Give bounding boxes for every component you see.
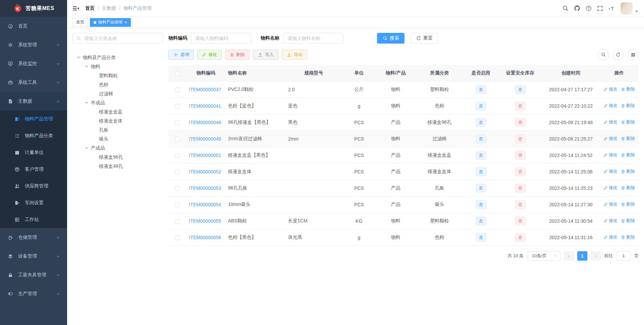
- tree-node[interactable]: 孔板: [72, 125, 163, 134]
- font-size-icon[interactable]: TT: [608, 5, 615, 11]
- sidebar-item-production-management[interactable]: 生产管理: [0, 284, 67, 303]
- goto-page-input[interactable]: [616, 251, 631, 261]
- sidebar-item-warehouse-management[interactable]: 仓储管理: [0, 228, 67, 247]
- material-code-link[interactable]: ITEM00000051: [189, 153, 221, 158]
- search-button[interactable]: 搜索: [377, 33, 405, 44]
- next-page-button[interactable]: ›: [591, 251, 601, 261]
- row-delete-button[interactable]: 删除: [621, 103, 635, 109]
- sidebar-item-workshop-settings[interactable]: 车间设置: [0, 195, 67, 211]
- row-edit-button[interactable]: 修改: [603, 234, 618, 240]
- user-avatar[interactable]: [621, 2, 633, 14]
- sidebar-item-workstation[interactable]: 工作站: [0, 211, 67, 228]
- row-checkbox[interactable]: [175, 88, 180, 92]
- table-search-toggle-button[interactable]: [598, 49, 609, 60]
- modify-button[interactable]: 修改: [197, 50, 222, 60]
- tree-node[interactable]: 产成品: [72, 144, 163, 153]
- row-delete-button[interactable]: 删除: [621, 168, 635, 174]
- row-delete-button[interactable]: 删除: [621, 119, 635, 125]
- row-edit-button[interactable]: 修改: [603, 185, 618, 191]
- sidebar-item-system-monitor[interactable]: 系统监控: [0, 54, 67, 73]
- tree-node[interactable]: 吸头: [72, 134, 163, 144]
- tree-node[interactable]: 移液盒96孔: [72, 153, 163, 162]
- table-refresh-button[interactable]: [612, 49, 624, 60]
- row-checkbox[interactable]: [175, 153, 180, 158]
- sidebar-item-supplier-management[interactable]: 供应商管理: [0, 178, 67, 195]
- material-code-link[interactable]: ITEM00000056: [189, 235, 221, 240]
- row-delete-button[interactable]: 删除: [621, 152, 635, 158]
- material-code-input[interactable]: [191, 33, 251, 44]
- sidebar-item-material-product-management[interactable]: 物料产品管理: [0, 111, 67, 127]
- tab-close-icon[interactable]: ×: [124, 20, 127, 24]
- row-delete-button[interactable]: 删除: [621, 86, 635, 92]
- row-delete-button[interactable]: 删除: [621, 201, 635, 207]
- tree-expand-caret-icon[interactable]: [85, 147, 88, 149]
- material-code-link[interactable]: ITEM00000054: [189, 202, 221, 207]
- user-dropdown-caret-icon[interactable]: [635, 11, 638, 12]
- material-name-input[interactable]: [283, 33, 343, 44]
- sidebar-item-device-management[interactable]: 设备管理: [0, 247, 67, 266]
- sidebar-item-system-tools[interactable]: 系统工具: [0, 73, 67, 92]
- tree-node[interactable]: 塑料颗粒: [72, 71, 163, 80]
- row-checkbox[interactable]: [175, 104, 180, 109]
- tab-material-product-management[interactable]: 物料产品管理×: [90, 18, 131, 27]
- tree-node[interactable]: 过滤棉: [72, 89, 163, 98]
- breadcrumb-item[interactable]: 首页: [85, 5, 95, 11]
- material-code-link[interactable]: ITEM00000049: [189, 136, 221, 142]
- tree-node[interactable]: 移液盒盒盖: [72, 107, 163, 116]
- sidebar-item-customer-management[interactable]: 客户管理: [0, 161, 67, 178]
- tree-node[interactable]: 半成品: [72, 98, 163, 107]
- row-edit-button[interactable]: 修改: [603, 218, 618, 224]
- row-edit-button[interactable]: 修改: [603, 119, 618, 125]
- table-columns-button[interactable]: [627, 49, 639, 60]
- material-code-link[interactable]: ITEM00000055: [189, 218, 221, 224]
- sidebar-item-system-management[interactable]: 系统管理: [0, 36, 67, 54]
- row-edit-button[interactable]: 修改: [603, 201, 618, 207]
- sidebar-item-master-data[interactable]: 主数据: [0, 92, 67, 111]
- github-icon[interactable]: [574, 5, 580, 11]
- sidebar-toggle-hamburger-icon[interactable]: [72, 5, 79, 11]
- row-delete-button[interactable]: 删除: [621, 234, 635, 240]
- row-checkbox[interactable]: [175, 203, 180, 207]
- row-checkbox[interactable]: [175, 170, 180, 174]
- row-edit-button[interactable]: 修改: [603, 152, 618, 158]
- tree-expand-caret-icon[interactable]: [77, 57, 80, 59]
- tree-expand-caret-icon[interactable]: [85, 102, 88, 104]
- row-edit-button[interactable]: 修改: [603, 168, 618, 174]
- row-checkbox[interactable]: [175, 186, 180, 191]
- sidebar-item-measure-unit[interactable]: 计量单位: [0, 144, 67, 161]
- breadcrumb-item[interactable]: 物料产品管理: [123, 5, 152, 11]
- add-button[interactable]: 新增: [168, 50, 194, 60]
- material-code-link[interactable]: ITEM00000053: [189, 185, 221, 191]
- prev-page-button[interactable]: ‹: [564, 251, 574, 261]
- row-delete-button[interactable]: 删除: [621, 218, 635, 224]
- tree-expand-caret-icon[interactable]: [85, 66, 88, 68]
- row-checkbox[interactable]: [175, 137, 180, 142]
- category-search-input[interactable]: [84, 36, 159, 41]
- row-delete-button[interactable]: 删除: [621, 136, 635, 142]
- row-edit-button[interactable]: 修改: [603, 136, 618, 142]
- row-edit-button[interactable]: 修改: [603, 103, 618, 109]
- row-delete-button[interactable]: 删除: [621, 185, 635, 191]
- help-icon[interactable]: [586, 5, 592, 11]
- sidebar-item-home[interactable]: 首页: [0, 17, 67, 36]
- reset-button[interactable]: 重置: [411, 33, 438, 44]
- row-checkbox[interactable]: [175, 219, 180, 224]
- material-code-link[interactable]: ITEM00000046: [189, 120, 221, 125]
- tree-node[interactable]: 色粉: [72, 80, 163, 89]
- sidebar-item-tooling-fixture-management[interactable]: 工装夹具管理: [0, 266, 67, 284]
- tree-node[interactable]: 移液盒盒体: [72, 116, 163, 125]
- page-size-select[interactable]: 10条/页: [527, 251, 560, 261]
- material-code-link[interactable]: ITEM00000037: [189, 87, 221, 92]
- select-all-checkbox[interactable]: [175, 71, 180, 76]
- page-number-button[interactable]: 1: [577, 251, 587, 261]
- row-checkbox[interactable]: [175, 120, 180, 125]
- tab-home[interactable]: 首页: [72, 18, 88, 27]
- breadcrumb-item[interactable]: 主数据: [102, 5, 116, 11]
- fullscreen-icon[interactable]: [597, 5, 603, 11]
- export-button[interactable]: 导出: [282, 50, 307, 60]
- sidebar-item-material-product-category[interactable]: 物料产品分类: [0, 127, 67, 144]
- import-button[interactable]: 导入: [253, 50, 278, 60]
- tree-node[interactable]: 移液盒48孔: [72, 162, 163, 171]
- tree-node[interactable]: 物料: [72, 62, 163, 71]
- row-checkbox[interactable]: [175, 235, 180, 240]
